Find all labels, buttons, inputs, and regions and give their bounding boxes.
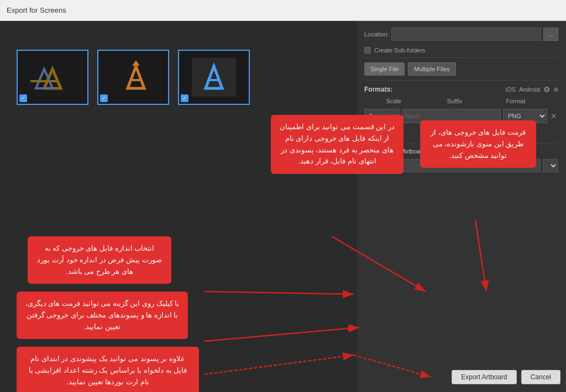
location-label: Location: [364,31,389,38]
android-label: Android [519,86,540,93]
divider-2 [364,80,558,81]
callout-click: با کیلیک روی این گزینه می توانید فرمت ها… [17,292,188,339]
thumbnail-check-1[interactable]: ✓ [19,94,27,102]
scale-col-header: Scale [364,98,423,104]
callout-prefix: علاوه بر پسوند می توانید یک پیشوندی در ا… [17,347,199,392]
thumbnail-box-1[interactable]: ✓ [17,50,88,105]
svg-rect-0 [30,58,75,97]
title-text: Export for Screens [7,6,66,14]
thumbnail-item-3[interactable]: ✓ Artboard 3 [178,50,250,114]
list-icon[interactable]: ≡ [554,85,558,94]
column-headers-row: Scale Suffix Format [361,96,562,106]
bottom-buttons: Export Artboard Cancel [452,370,560,384]
location-input[interactable] [391,28,541,41]
thumbnail-check-3[interactable]: ✓ [181,94,188,102]
platform-row: iOS Android ⚙ ≡ [506,85,558,94]
formats-label: Formats: [364,86,392,93]
divider-1 [364,57,558,58]
dialog: Artboard Assets ✓ Artboard 1 [0,21,566,392]
thumbnail-check-2[interactable]: ✓ [100,94,108,102]
thumbnail-box-2[interactable]: ✓ [97,50,169,105]
multiple-files-btn[interactable]: Multiple Files [408,62,455,76]
export-artboard-btn[interactable]: Export Artboard [452,370,516,384]
browse-button[interactable]: ... [543,28,558,41]
create-subfolders-row: Create Sub-folders [361,45,562,55]
callout-size: انتخاب اندازه فایل های خروجی که به صورت … [28,236,171,284]
thumbnail-item-1[interactable]: ✓ Artboard 1 [17,50,88,114]
remove-scale-btn[interactable]: ✕ [549,112,558,120]
gear-icon[interactable]: ⚙ [543,85,551,94]
callout-name: در این قسمت می توانید برای اطمینان از ای… [271,115,403,174]
location-row: Location: ... [361,25,562,43]
single-file-btn[interactable]: Single File [364,62,405,76]
file-options: Single File Multiple Files [361,60,562,78]
cancel-btn[interactable]: Cancel [521,370,560,384]
formats-header: Formats: iOS Android ⚙ ≡ [361,83,562,96]
prefix-select[interactable]: ▼ [543,159,558,172]
thumbnail-box-3[interactable]: ✓ [178,50,250,105]
title-bar: Export for Screens [0,0,566,21]
callout-format: فرمت فایل های خروجی های، از طریق این منو… [420,120,536,168]
suffix-col-header: Suffix [425,98,484,104]
right-panel: Location: ... Create Sub-folders Single … [356,21,566,392]
thumbnail-item-2[interactable]: ✓ Artboard 2 [97,50,169,114]
create-subfolders-label: Create Sub-folders [374,47,425,54]
format-col-header: Format [486,98,545,104]
create-subfolders-checkbox[interactable] [364,47,371,54]
ios-label: iOS [506,86,516,93]
